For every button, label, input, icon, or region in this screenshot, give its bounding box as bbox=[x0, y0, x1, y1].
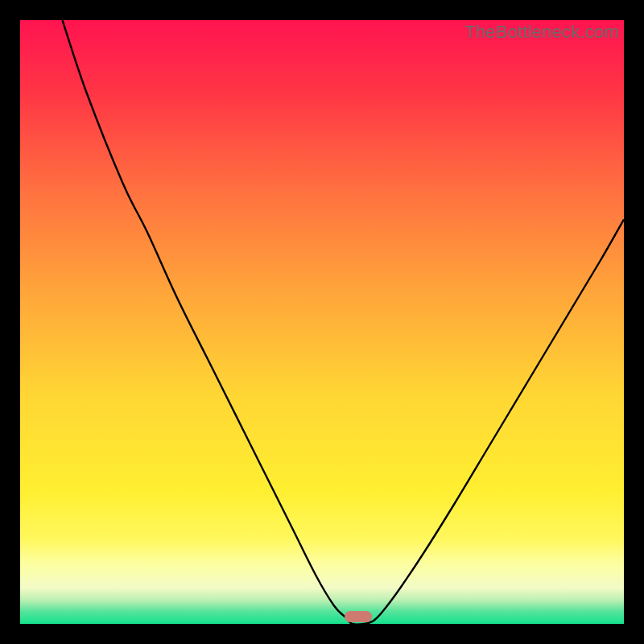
chart-frame: TheBottleneck.com bbox=[0, 0, 644, 644]
watermark-text: TheBottleneck.com bbox=[464, 22, 619, 43]
optimal-marker bbox=[345, 611, 372, 622]
background-gradient bbox=[20, 20, 624, 624]
plot-area: TheBottleneck.com bbox=[20, 20, 624, 624]
